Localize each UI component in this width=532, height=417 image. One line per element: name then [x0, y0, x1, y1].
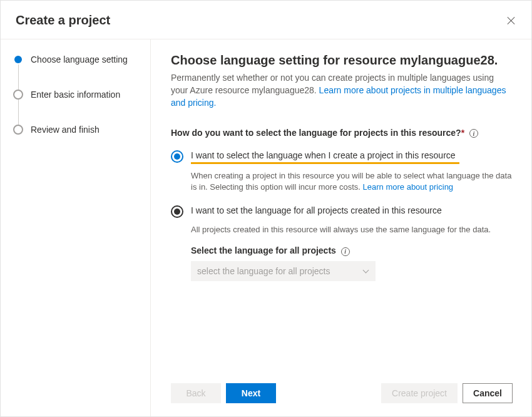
option-label[interactable]: I want to set the language for all proje… — [191, 205, 442, 217]
info-icon[interactable]: i — [341, 247, 350, 256]
chevron-down-icon — [363, 268, 369, 274]
language-dropdown[interactable]: select the language for all projects — [191, 261, 376, 281]
step-label: Choose language setting — [31, 54, 128, 64]
dialog-body: Choose language setting Enter basic info… — [1, 39, 531, 417]
option-label[interactable]: I want to select the language when I cre… — [191, 150, 459, 164]
footer-actions: Back Next Create project Cancel — [151, 373, 531, 417]
dialog-header: Create a project — [1, 1, 531, 39]
wizard-steps: Choose language setting Enter basic info… — [1, 39, 151, 417]
intro-text: Permanently set whether or not you can c… — [171, 71, 513, 109]
pricing-link[interactable]: Learn more about pricing — [363, 182, 454, 192]
cancel-button[interactable]: Cancel — [463, 383, 513, 403]
step-label: Enter basic information — [31, 90, 120, 100]
question-label: How do you want to select the language f… — [171, 128, 513, 138]
page-title: Choose language setting for resource myl… — [171, 53, 513, 68]
radio-all-projects[interactable] — [171, 205, 183, 218]
step-bullet — [13, 125, 23, 135]
step-basic-info[interactable]: Enter basic information — [13, 90, 140, 100]
next-button[interactable]: Next — [226, 383, 276, 403]
option-description: All projects created in this resource wi… — [191, 224, 513, 235]
dropdown-placeholder: select the language for all projects — [197, 266, 330, 276]
step-connector — [18, 64, 140, 90]
step-connector — [18, 100, 140, 125]
step-label: Review and finish — [31, 125, 100, 135]
step-choose-language[interactable]: Choose language setting — [13, 54, 140, 64]
option-all-projects: I want to set the language for all proje… — [171, 205, 513, 281]
required-asterisk: * — [461, 128, 464, 138]
back-button[interactable]: Back — [171, 383, 221, 403]
close-icon[interactable] — [506, 16, 516, 26]
step-review[interactable]: Review and finish — [13, 125, 140, 135]
step-bullet-active — [14, 56, 22, 63]
option-per-project: I want to select the language when I cre… — [171, 150, 513, 193]
option-description: When creating a project in this resource… — [191, 170, 513, 193]
radio-per-project[interactable] — [171, 150, 183, 163]
dropdown-label: Select the language for all projects i — [191, 245, 513, 255]
info-icon[interactable]: i — [469, 129, 478, 138]
dialog-title: Create a project — [16, 13, 110, 28]
step-bullet — [13, 90, 23, 100]
create-project-button[interactable]: Create project — [381, 383, 458, 403]
main-panel: Choose language setting for resource myl… — [151, 39, 531, 417]
content-area: Choose language setting for resource myl… — [151, 39, 531, 373]
language-select-section: Select the language for all projects i s… — [191, 245, 513, 281]
